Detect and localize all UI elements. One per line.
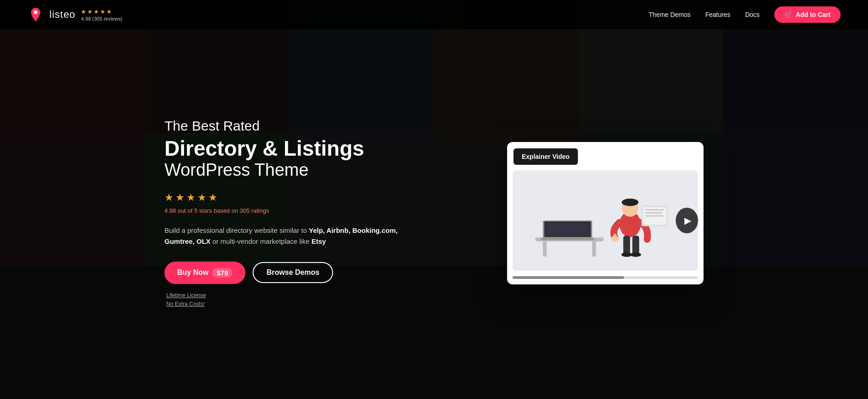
hero-description: Build a professional directory website s… [164,225,429,247]
play-icon: ▶ [684,215,691,226]
svg-rect-3 [543,242,546,257]
hero-subtitle: The Best Rated [164,118,429,134]
svg-point-17 [630,252,641,257]
star-4: ★ [100,8,106,15]
hero-rating-text: 4.98 out of 5 stars based on 305 ratings [164,207,429,214]
nav-theme-demos[interactable]: Theme Demos [649,11,691,18]
svg-rect-13 [614,234,617,239]
hero-title-regular: WordPress Theme [164,160,429,181]
hero-star-4: ★ [197,192,206,204]
hero-star-5: ★ [208,192,217,204]
video-illustration [513,170,676,271]
hero-title-bold: Directory & Listings [164,137,429,160]
video-label: Explainer Video [513,148,578,165]
star-5: ★ [106,8,112,15]
browse-demos-button[interactable]: Browse Demos [253,262,333,283]
site-header: listeo ★ ★ ★ ★ ★ 4.98 (305 reviews) Them… [0,0,868,29]
hero-star-3: ★ [186,192,196,204]
buy-label: Buy Now [177,268,208,277]
logo-rating-text: 4.98 (305 reviews) [81,16,122,21]
svg-point-0 [34,10,37,14]
nav-docs[interactable]: Docs [745,11,760,18]
svg-rect-8 [540,238,594,240]
license-text: Lifetime License No Extra Costs! [164,291,429,309]
add-to-cart-button[interactable]: 🛒 Add to Cart [774,6,841,23]
logo-icon [27,6,44,23]
svg-rect-4 [592,242,596,257]
svg-rect-15 [632,236,639,254]
brand-etsy: Etsy [312,237,326,245]
hero-right: Explainer Video [507,142,704,284]
hero-buttons: Buy Now $79 Browse Demos [164,262,429,284]
video-progress-bar [513,276,698,279]
svg-point-16 [621,252,632,257]
video-preview: ▶ [513,170,698,271]
cart-icon: 🛒 [784,11,792,18]
video-progress-fill [513,276,624,279]
nav-features[interactable]: Features [705,11,730,18]
hero-star-1: ★ [164,192,174,204]
hero-stars: ★ ★ ★ ★ ★ [164,192,429,204]
logo-text: listeo [49,9,75,21]
video-card: Explainer Video [507,142,704,284]
svg-point-11 [622,199,639,206]
main-nav: Theme Demos Features Docs 🛒 Add to Cart [649,6,841,23]
logo-rating: ★ ★ ★ ★ ★ 4.98 (305 reviews) [81,8,122,21]
play-button[interactable]: ▶ [676,208,698,233]
buy-now-button[interactable]: Buy Now $79 [164,262,245,284]
hero-content: The Best Rated Directory & Listings Word… [137,63,731,336]
svg-rect-14 [623,236,630,254]
logo-area: listeo ★ ★ ★ ★ ★ 4.98 (305 reviews) [27,6,122,23]
buy-price: $79 [212,268,233,278]
star-3: ★ [94,8,99,15]
hero-star-2: ★ [175,192,185,204]
star-1: ★ [81,8,86,15]
star-2: ★ [87,8,93,15]
hero-left: The Best Rated Directory & Listings Word… [164,118,429,309]
svg-rect-7 [545,222,590,236]
hero-section: The Best Rated Directory & Listings Word… [0,0,868,399]
